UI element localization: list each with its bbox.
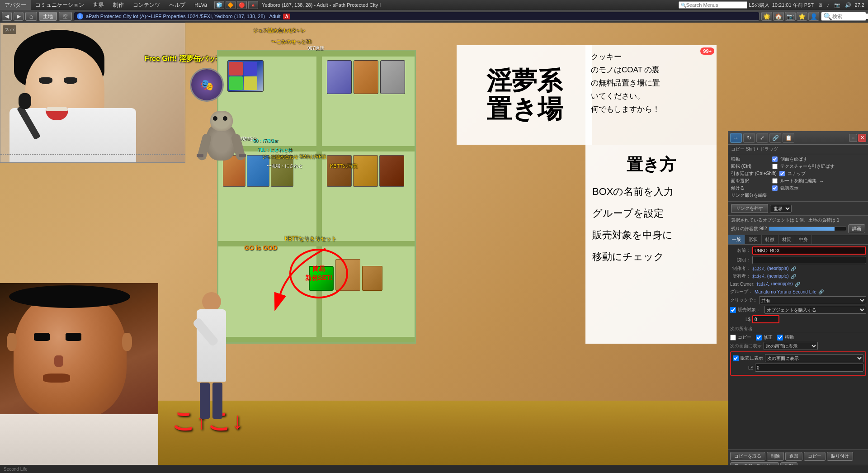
menu-build[interactable]: 制作	[108, 0, 128, 10]
menu-content[interactable]: コンテンツ	[128, 0, 165, 10]
perm-modify-cb[interactable]	[756, 335, 762, 341]
rotate-option-label: 回転 (Ctrl)	[731, 163, 769, 170]
red-arrow-svg	[244, 240, 335, 312]
bg-person	[194, 292, 228, 419]
highlight-label: 強調表示	[780, 185, 798, 191]
toolbar-icon-1[interactable]: 🌟	[761, 12, 772, 21]
perm-transfer-label: 移動	[785, 334, 794, 341]
tab-general[interactable]: 一般	[728, 235, 745, 244]
forward-button[interactable]: ▶	[14, 12, 24, 21]
menu-world[interactable]: 世界	[89, 0, 108, 10]
edit-linked-btn[interactable]: 🔗	[769, 133, 781, 143]
sl-icon-3[interactable]: 🔴	[237, 1, 247, 9]
takecopy-btn[interactable]: コピーを取る	[730, 452, 765, 461]
perm-copy-cb[interactable]	[730, 335, 736, 341]
group-link[interactable]: Manatu no Yoruno Second Life	[755, 289, 816, 294]
tab-shape[interactable]: 形状	[745, 235, 762, 244]
volume-icon: 🔊	[844, 2, 852, 8]
menu-help[interactable]: ヘルプ	[165, 0, 190, 10]
sell-select[interactable]: オブジェクトを購入する	[764, 306, 866, 314]
copy-tool-btn[interactable]: 📋	[783, 133, 794, 143]
location-search-box[interactable]: 🔍	[821, 12, 866, 21]
price-input[interactable]	[752, 315, 779, 323]
toolbar-icon-5[interactable]: 👤	[808, 12, 819, 21]
location-field: i aPath Protected City lot (A)〜LIFE Prop…	[74, 12, 760, 21]
search-menus-input[interactable]	[686, 2, 745, 8]
perm-transfer-cb[interactable]	[777, 335, 783, 341]
world-dropdown[interactable]: 世界	[770, 205, 792, 213]
close-panel-btn[interactable]: ✕	[858, 134, 866, 142]
sl-icon-1[interactable]: 🧊	[214, 1, 224, 9]
menu-avatar[interactable]: アバター	[0, 0, 31, 10]
props-form: 名前： 説明： 制作者： ねおん (neoripple) 🔗 所有者： ねおん …	[728, 245, 868, 449]
name-label: 名前：	[730, 247, 750, 254]
route-cb[interactable]	[772, 178, 778, 184]
tab-feature[interactable]: 特徴	[762, 235, 778, 244]
click-label: クリックで：	[730, 297, 757, 303]
last-owner-icon: 🔗	[795, 282, 800, 287]
snap-cb[interactable]	[779, 171, 785, 176]
click-select[interactable]: 共有	[759, 296, 866, 304]
paste-btn[interactable]: 貼り付け	[827, 452, 853, 461]
highlight-cb[interactable]	[772, 185, 778, 191]
sky-button[interactable]: 空	[59, 12, 72, 21]
review-btn[interactable]: 詳画	[848, 224, 865, 233]
camera-icon: 📷	[833, 2, 841, 8]
toolbar-icons: 🌟 🏠 📷 ⭐ 👤	[761, 12, 819, 21]
texture-stretch-cb[interactable]	[772, 164, 778, 169]
tilt-option-label: 傾ける	[731, 185, 769, 191]
menu-communicate[interactable]: コミュニケーション	[31, 0, 89, 10]
linden-input[interactable]	[755, 364, 863, 372]
right-top-sign: クッキー のモノはCOAT の裏 の無料品置き場に置 いてください。 何でもしま…	[585, 45, 717, 145]
toolbar-icon-4[interactable]: ⭐	[797, 12, 807, 21]
stretch-sides-cb[interactable]	[772, 156, 778, 162]
sl-icon-4[interactable]: 🔺	[248, 1, 258, 9]
owner-link[interactable]: ねおん (neoripple)	[752, 273, 789, 279]
location-search-input[interactable]	[832, 14, 868, 19]
main-viewport: スパ Free Gift! 淫夢缶バッチ 2 TYPE 🎭	[0, 23, 868, 473]
minimize-panel-btn[interactable]: −	[849, 134, 857, 142]
sl-icon-2[interactable]: 🔶	[226, 1, 236, 9]
display-label: 次の画面に表示	[730, 343, 762, 349]
rotate-tool-btn[interactable]: ↻	[743, 133, 755, 143]
name-row: 名前：	[730, 246, 866, 255]
link-option-row: リンク部分を編集	[731, 192, 865, 199]
creator-link[interactable]: ねおん (neoripple)	[752, 265, 789, 272]
permissions-header: 次の所有者	[730, 325, 866, 333]
display-select[interactable]: 次の画面に表示	[764, 342, 818, 350]
move-tool-btn[interactable]: ↔	[730, 133, 742, 143]
land-button[interactable]: 土地	[39, 12, 57, 21]
delete-btn[interactable]: 削除	[767, 452, 784, 461]
tab-material[interactable]: 材質	[778, 235, 795, 244]
scale-tool-btn[interactable]: ⤢	[756, 133, 768, 143]
click-row: クリックで： 共有	[730, 296, 866, 304]
remaining-label: 残りの許容数 982	[731, 226, 767, 232]
adult-badge: A	[283, 14, 290, 19]
location-search-icon: 🔍	[823, 12, 832, 21]
sell-hl-cb[interactable]	[733, 355, 739, 361]
home-button[interactable]: ⌂	[25, 12, 37, 21]
sell-hl-label: 販売に表示	[741, 355, 763, 361]
back-button[interactable]: ◀	[2, 12, 12, 21]
clock: 10:21:01 午前 PST	[772, 2, 814, 9]
desc-input[interactable]	[752, 256, 866, 264]
group-label: グループ：	[730, 289, 753, 295]
music-icon: ♪	[826, 2, 830, 8]
report-btn[interactable]: 返却	[785, 452, 802, 461]
sell-cb[interactable]	[730, 307, 736, 313]
face-option-label: 面を選択	[731, 178, 769, 184]
copy-btn[interactable]: コピー	[804, 452, 826, 461]
name-input[interactable]	[752, 246, 866, 255]
toolbar-icon-2[interactable]: 🏠	[773, 12, 784, 21]
avatar-label: スパ	[3, 25, 16, 34]
location-text: aPath Protected City lot (A)〜LIFE Proper…	[86, 13, 280, 20]
link-remove-btn[interactable]: リンクを外す	[731, 204, 768, 213]
sell-hl-select[interactable]: 次の画面に表示	[765, 354, 863, 362]
search-menus-box[interactable]: 🔍	[679, 1, 747, 9]
toolbar-icon-3[interactable]: 📷	[785, 12, 796, 21]
tab-content[interactable]: 中身	[795, 235, 812, 244]
linden-balance[interactable]: L$の購入	[749, 2, 769, 9]
last-owner-link[interactable]: ねおん (neoripple)	[756, 281, 793, 287]
menu-rlva[interactable]: RLVa	[190, 0, 212, 10]
instruction-panel: 置き方 BOXの名前を入力 グループを設定 販売対象を中身に 移動にチェック	[585, 145, 717, 344]
